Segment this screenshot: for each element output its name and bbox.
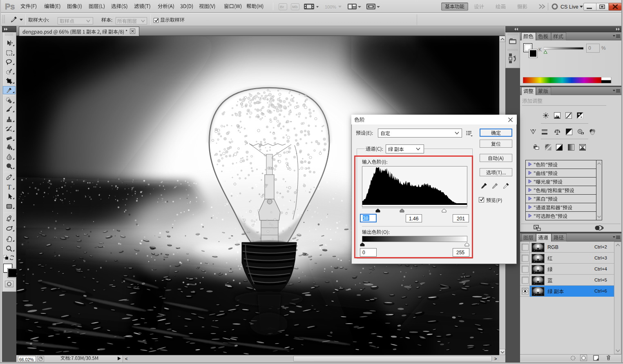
svg-text:Ps: Ps xyxy=(5,2,15,11)
svg-text:T: T xyxy=(7,183,11,190)
